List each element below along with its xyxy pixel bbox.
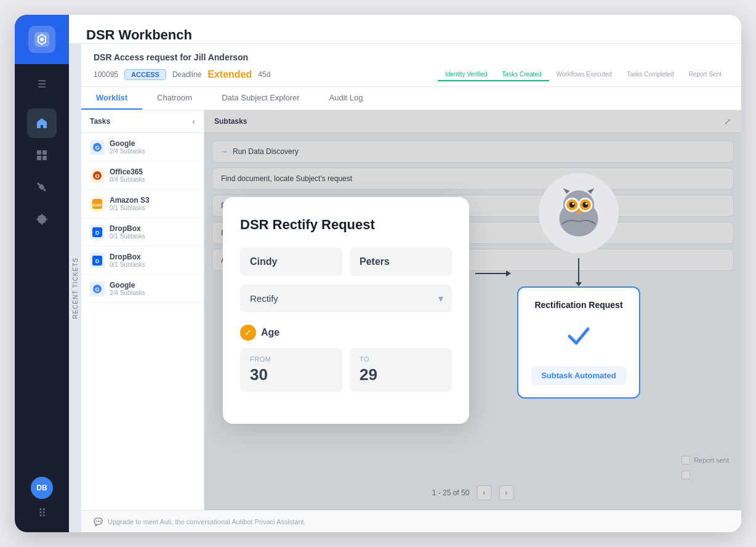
sidebar-nav bbox=[27, 99, 57, 477]
office-icon: O bbox=[90, 168, 105, 183]
svg-marker-31 bbox=[587, 188, 594, 193]
tabs-row: Worklist Chatroom Data Subject Explorer … bbox=[81, 87, 741, 110]
sidebar-item-home[interactable] bbox=[27, 108, 57, 138]
recent-tickets-label: RECENT TICKETS bbox=[72, 257, 79, 319]
task-info-office: Office365 0/4 Subtasks bbox=[110, 168, 145, 183]
svg-rect-3 bbox=[42, 150, 47, 155]
svg-text:D: D bbox=[95, 230, 100, 236]
main-content: DSR Workbench RECENT TICKETS DSR Access … bbox=[69, 15, 741, 532]
svg-point-28 bbox=[585, 202, 588, 205]
workspace: Tasks ‹ G Googl bbox=[81, 110, 741, 510]
svg-rect-4 bbox=[37, 156, 41, 160]
task-item-google-1[interactable]: G Google 2/4 Subtasks bbox=[81, 133, 204, 161]
sidebar-bottom: DB ⠿ bbox=[31, 477, 53, 532]
task-item-office[interactable]: O Office365 0/4 Subtasks bbox=[81, 161, 204, 190]
rect-title: Rectification Request bbox=[531, 300, 627, 310]
svg-marker-30 bbox=[563, 188, 570, 193]
modal-overlay: DSR Rectify Request Cindy Peters Rectify… bbox=[204, 110, 741, 510]
dsr-badge: ACCESS bbox=[124, 69, 166, 80]
svg-text:O: O bbox=[95, 173, 99, 179]
user-avatar[interactable]: DB bbox=[31, 477, 53, 499]
svg-text:aws: aws bbox=[92, 202, 102, 208]
svg-text:G: G bbox=[95, 145, 99, 151]
step-identity: Identity Verified bbox=[438, 67, 494, 81]
bottom-bar: 💬 Upgrade to meet Auti, the conversation… bbox=[81, 510, 741, 532]
age-check-icon: ✓ bbox=[240, 325, 256, 341]
sidebar: ☰ bbox=[15, 15, 69, 532]
age-to-value: 29 bbox=[360, 365, 442, 384]
dsr-header: DSR Access request for Jill Anderson 100… bbox=[81, 44, 741, 87]
tasks-nav-left[interactable]: ‹ bbox=[192, 116, 195, 126]
age-from-value: 30 bbox=[250, 365, 332, 384]
rect-check-icon bbox=[531, 320, 627, 356]
deadline-status: Extended bbox=[207, 69, 252, 80]
tab-audit[interactable]: Audit Log bbox=[315, 87, 378, 110]
dsr-panel: DSR Access request for Jill Anderson 100… bbox=[81, 44, 741, 532]
dsr-title-row: DSR Access request for Jill Anderson bbox=[94, 52, 729, 62]
task-item-dropbox-2[interactable]: D DropBox 0/1 Subtasks bbox=[81, 246, 204, 275]
rect-automated-label: Subtask Automated bbox=[531, 366, 627, 385]
recent-tickets-bar[interactable]: RECENT TICKETS bbox=[69, 44, 81, 532]
last-name-field[interactable]: Peters bbox=[350, 248, 452, 276]
subtask-area: Subtasks ⤢ → Run Data Discovery Find doc… bbox=[204, 110, 741, 510]
svg-point-27 bbox=[572, 202, 574, 205]
tab-data-subject[interactable]: Data Subject Explorer bbox=[207, 87, 314, 110]
google-icon-1: G bbox=[90, 140, 105, 155]
age-fields: From 30 To 29 bbox=[240, 348, 452, 392]
tab-worklist[interactable]: Worklist bbox=[81, 87, 142, 110]
task-item-google-2[interactable]: G Google 2/4 Subtasks bbox=[81, 275, 204, 303]
step-report: Report Sent bbox=[682, 67, 729, 81]
deadline-days: 45d bbox=[258, 70, 270, 79]
page-title: DSR Workbench bbox=[86, 27, 724, 43]
step-tasks: Tasks Created bbox=[495, 67, 549, 81]
bottom-bar-text: Upgrade to meet Auti, the conversational… bbox=[108, 518, 306, 525]
logo-icon bbox=[28, 26, 55, 53]
tasks-panel: Tasks ‹ G Googl bbox=[81, 110, 204, 510]
task-info-dropbox-2: DropBox 0/1 Subtasks bbox=[110, 253, 145, 268]
sidebar-item-grid[interactable] bbox=[27, 140, 57, 170]
age-to-field: To 29 bbox=[350, 348, 452, 392]
svg-text:G: G bbox=[95, 286, 99, 293]
tasks-header: Tasks ‹ bbox=[81, 110, 204, 133]
sidebar-item-tools[interactable] bbox=[27, 172, 57, 202]
age-label-row: ✓ Age bbox=[240, 325, 452, 341]
step-completed: Tasks Completed bbox=[619, 67, 682, 81]
sidebar-item-settings[interactable] bbox=[27, 205, 57, 234]
request-type-wrapper: Rectify Delete Access Export bbox=[240, 285, 452, 312]
deadline-label: Deadline bbox=[172, 70, 201, 79]
svg-rect-2 bbox=[37, 150, 41, 155]
rectification-box: Rectification Request Subtask Automated bbox=[517, 286, 640, 399]
svg-text:D: D bbox=[95, 258, 100, 264]
arrow-to-owl bbox=[475, 270, 511, 277]
owl-mascot bbox=[539, 173, 619, 253]
task-info-amazon: Amazon S3 0/1 Subtasks bbox=[110, 196, 150, 211]
step-workflows: Workflows Executed bbox=[549, 67, 619, 81]
amazon-icon: aws bbox=[90, 197, 105, 211]
request-type-select[interactable]: Rectify Delete Access Export bbox=[240, 285, 452, 312]
sidebar-more[interactable]: ⠿ bbox=[38, 506, 46, 520]
svg-point-1 bbox=[40, 38, 44, 41]
right-panel: Rectification Request Subtask Automated bbox=[517, 173, 640, 399]
task-info-dropbox-1: DropBox 0/1 Subtasks bbox=[110, 224, 145, 240]
dropbox-icon-2: D bbox=[90, 253, 105, 268]
modal-title: DSR Rectify Request bbox=[240, 217, 452, 233]
age-from-field: From 30 bbox=[240, 348, 342, 392]
top-header: DSR Workbench bbox=[69, 15, 741, 44]
vertical-arrow bbox=[578, 258, 579, 283]
name-row: Cindy Peters bbox=[240, 248, 452, 276]
task-item-amazon[interactable]: aws Amazon S3 0/1 Subtasks bbox=[81, 190, 204, 218]
dsr-rectify-modal: DSR Rectify Request Cindy Peters Rectify… bbox=[223, 197, 469, 424]
svg-rect-5 bbox=[42, 156, 47, 160]
menu-button[interactable]: ☰ bbox=[15, 69, 69, 99]
first-name-field[interactable]: Cindy bbox=[240, 248, 342, 276]
menu-icon: ☰ bbox=[38, 78, 46, 90]
dropbox-icon-1: D bbox=[90, 225, 105, 240]
task-item-dropbox-1[interactable]: D DropBox 0/1 Subtasks bbox=[81, 218, 204, 246]
age-to-label: To bbox=[360, 355, 442, 363]
age-label: Age bbox=[261, 327, 279, 338]
google-icon-2: G bbox=[90, 282, 105, 296]
svg-point-26 bbox=[582, 202, 588, 208]
tab-chatroom[interactable]: Chatroom bbox=[142, 87, 207, 110]
task-info-google-2: Google 2/4 Subtasks bbox=[110, 281, 145, 296]
task-info-google-1: Google 2/4 Subtasks bbox=[110, 139, 145, 155]
